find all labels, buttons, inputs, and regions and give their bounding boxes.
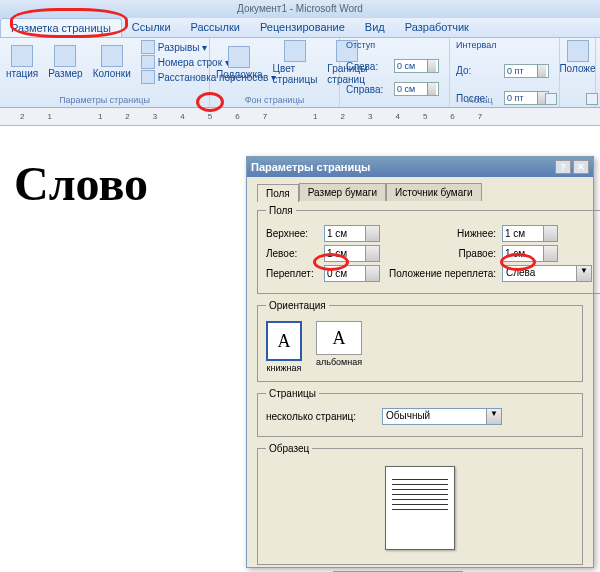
columns-label: Колонки [93,68,131,79]
chevron-down-icon[interactable]: ▼ [576,266,591,281]
group-page-bg-label: Фон страницы [216,95,333,105]
tab-view[interactable]: Вид [355,18,395,37]
margins-legend: Поля [266,205,296,216]
gutter-pos-combo[interactable]: Слева▼ [502,265,592,282]
ruler[interactable]: 2112345671234567 [0,108,600,126]
margin-top-input[interactable] [325,226,365,241]
indent-left-label: Слева: [346,61,390,72]
margin-top-label: Верхнее: [266,228,318,239]
dialog-tabs: Поля Размер бумаги Источник бумаги [257,183,583,201]
portrait-icon: A [266,321,302,361]
gutter-pos-value: Слева [503,266,576,281]
spinner-buttons[interactable] [365,246,379,261]
dlg-tab-source[interactable]: Источник бумаги [386,183,482,201]
linenum-icon [141,55,155,69]
tab-review[interactable]: Рецензирование [250,18,355,37]
sample-fieldset: Образец [257,443,583,565]
chevron-down-icon[interactable]: ▼ [486,409,501,424]
page-setup-launcher[interactable] [586,93,598,105]
group-spacing: Интервал До:0 пт После:0 пт Абзац [450,38,560,107]
paragraph-launcher[interactable] [545,93,557,105]
spacing-title: Интервал [456,40,553,50]
spinner-buttons[interactable] [365,266,379,281]
window-title: Документ1 - Microsoft Word [0,0,600,18]
pages-fieldset: Страницы несколько страниц: Обычный▼ [257,388,583,437]
orientation-landscape[interactable]: Aальбомная [316,321,362,373]
ribbon-tabs: Разметка страницы Ссылки Рассылки Реценз… [0,18,600,38]
sample-legend: Образец [266,443,312,454]
orientation-legend: Ориентация [266,300,329,311]
margin-bottom-spinner[interactable] [502,225,558,242]
help-button[interactable]: ? [555,160,571,174]
spacing-before-label: До: [456,65,500,76]
indent-left-spinner[interactable]: 0 см [394,59,439,73]
margins-fieldset: Поля Верхнее: Нижнее: Левое: Правое: Пер… [257,205,600,294]
group-paragraph-label: Абзац [400,95,560,105]
hyphen-icon [141,70,155,84]
gutter-pos-label: Положение переплета: [386,268,496,279]
spinner-buttons[interactable] [543,226,557,241]
indent-right-spinner[interactable]: 0 см [394,82,439,96]
orientation-icon[interactable] [11,45,33,67]
dialog-titlebar[interactable]: Параметры страницы ? ✕ [247,157,593,177]
tab-developer[interactable]: Разработчик [395,18,479,37]
position-icon[interactable] [567,40,589,62]
tab-mailings[interactable]: Рассылки [181,18,250,37]
indent-left-value: 0 см [397,61,415,71]
group-page-setup-label: Параметры страницы [6,95,203,105]
portrait-label: книжная [267,363,302,373]
margin-top-spinner[interactable] [324,225,380,242]
spinner-buttons[interactable] [543,246,557,261]
landscape-label: альбомная [316,357,362,367]
breaks-label: Разрывы [158,42,200,53]
page-color-icon[interactable] [284,40,306,62]
tab-references[interactable]: Ссылки [122,18,181,37]
pages-legend: Страницы [266,388,319,399]
margin-right-spinner[interactable] [502,245,558,262]
columns-icon[interactable] [101,45,123,67]
spinner-buttons[interactable] [537,65,546,77]
tab-page-layout[interactable]: Разметка страницы [0,18,122,37]
multi-pages-value: Обычный [383,409,486,424]
size-label: Размер [48,68,82,79]
margin-left-spinner[interactable] [324,245,380,262]
orientation-portrait[interactable]: Aкнижная [266,321,302,373]
size-icon[interactable] [54,45,76,67]
page-color-label: Цвет страницы [273,63,318,85]
page-setup-dialog: Параметры страницы ? ✕ Поля Размер бумаг… [246,156,594,568]
margin-left-label: Левое: [266,248,318,259]
indent-right-value: 0 см [397,84,415,94]
spinner-buttons[interactable] [427,83,436,95]
gutter-label: Переплет: [266,268,318,279]
spinner-buttons[interactable] [365,226,379,241]
dialog-title-text: Параметры страницы [251,161,370,173]
group-page-background: Подложка Цвет страницы Границы страниц Ф… [210,38,340,107]
margin-right-label: Правое: [386,248,496,259]
dlg-tab-paper[interactable]: Размер бумаги [299,183,386,201]
landscape-icon: A [316,321,362,355]
multi-pages-label: несколько страниц: [266,411,376,422]
gutter-spinner[interactable] [324,265,380,282]
preview-icon [385,466,455,550]
watermark-icon[interactable] [228,46,250,68]
margin-left-input[interactable] [325,246,365,261]
breaks-icon [141,40,155,54]
orientation-fieldset: Ориентация Aкнижная Aальбомная [257,300,583,382]
spinner-buttons[interactable] [427,60,436,72]
ribbon: нтация Размер Колонки Разрывы ▾ Номера с… [0,38,600,108]
group-page-setup: нтация Размер Колонки Разрывы ▾ Номера с… [0,38,210,107]
close-button[interactable]: ✕ [573,160,589,174]
spacing-before-spinner[interactable]: 0 пт [504,64,549,78]
watermark-label: Подложка [216,69,263,80]
margin-bottom-label: Нижнее: [386,228,496,239]
multi-pages-combo[interactable]: Обычный▼ [382,408,502,425]
margin-bottom-input[interactable] [503,226,543,241]
indent-right-label: Справа: [346,84,390,95]
gutter-input[interactable] [325,266,365,281]
orientation-label: нтация [6,68,38,79]
indent-title: Отступ [346,40,443,50]
position-label: Положе [559,63,595,74]
margin-right-input[interactable] [503,246,543,261]
dlg-tab-margins[interactable]: Поля [257,184,299,202]
spacing-before-value: 0 пт [507,66,524,76]
